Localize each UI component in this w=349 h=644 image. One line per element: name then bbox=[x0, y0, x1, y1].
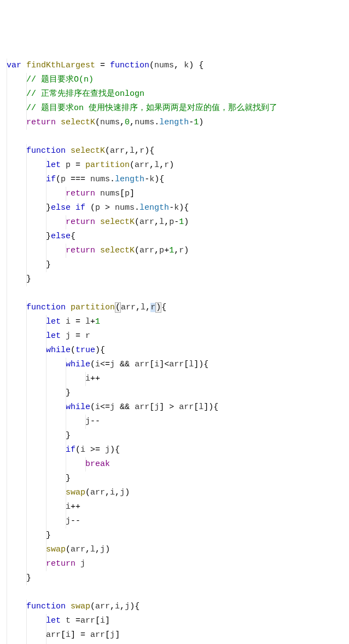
code-line[interactable]: break bbox=[7, 457, 349, 472]
indent-guide bbox=[7, 443, 7, 457]
indent-guide bbox=[7, 329, 7, 343]
code-line[interactable] bbox=[7, 286, 349, 301]
code-token: l bbox=[199, 403, 203, 412]
code-token: ) bbox=[155, 302, 161, 313]
indent-guide bbox=[7, 386, 7, 400]
code-line[interactable]: return nums[p] bbox=[7, 187, 349, 201]
code-token: > bbox=[100, 203, 115, 212]
code-line[interactable]: var findKthLargest = function(nums, k) { bbox=[7, 59, 349, 73]
code-line[interactable]: j-- bbox=[7, 415, 349, 429]
indent-guide bbox=[66, 457, 66, 472]
code-line[interactable]: while(true){ bbox=[7, 343, 349, 358]
indent-guide bbox=[26, 543, 27, 557]
code-line[interactable]: j-- bbox=[7, 514, 349, 528]
code-token: length bbox=[159, 118, 189, 127]
code-token: [ bbox=[105, 630, 110, 640]
code-line[interactable]: if(p === nums.length-k){ bbox=[7, 173, 349, 187]
code-line[interactable]: function selectK(arr,l,r){ bbox=[7, 144, 349, 158]
code-token bbox=[7, 602, 26, 611]
code-line[interactable]: return selectK(arr,l,p-1) bbox=[7, 215, 349, 229]
code-token: ( bbox=[75, 445, 80, 455]
code-token: [ bbox=[149, 360, 154, 369]
code-token: j bbox=[110, 403, 115, 412]
code-token: i bbox=[100, 616, 105, 625]
code-line[interactable]: return selectK(nums,0,nums.length-1) bbox=[7, 116, 349, 130]
code-line[interactable]: // 题目要求O(n) bbox=[7, 73, 349, 87]
code-line[interactable]: function partition(arr,l,r){ bbox=[7, 301, 349, 315]
indent-guide bbox=[66, 215, 66, 229]
code-line[interactable] bbox=[7, 585, 349, 600]
indent-guide bbox=[46, 415, 46, 429]
code-line[interactable] bbox=[7, 130, 349, 144]
code-token: return bbox=[26, 118, 61, 127]
code-token: ] bbox=[115, 630, 120, 640]
indent-guide bbox=[7, 116, 7, 130]
code-token: , bbox=[154, 217, 159, 227]
code-token: r bbox=[164, 160, 169, 170]
code-line[interactable]: swap(arr,i,j) bbox=[7, 486, 349, 500]
indent-guide bbox=[46, 543, 46, 557]
code-token: p bbox=[125, 189, 130, 198]
indent-guide bbox=[26, 528, 27, 543]
code-line[interactable]: } bbox=[7, 472, 349, 486]
code-line[interactable]: }else if (p > nums.length-k){ bbox=[7, 201, 349, 215]
code-token: arr bbox=[90, 630, 105, 640]
indent-guide bbox=[7, 528, 7, 543]
code-line[interactable]: if(i >= j){ bbox=[7, 443, 349, 457]
code-line[interactable]: while(i<=j && arr[i]<arr[l]){ bbox=[7, 358, 349, 372]
code-token: 1 bbox=[179, 217, 184, 227]
code-line[interactable]: function swap(arr,i,j){ bbox=[7, 600, 349, 614]
code-line[interactable]: let p = partition(arr,l,r) bbox=[7, 158, 349, 173]
code-token: p bbox=[95, 203, 100, 212]
indent-guide bbox=[26, 486, 27, 500]
code-line[interactable]: i++ bbox=[7, 500, 349, 514]
code-token: , bbox=[135, 146, 139, 156]
code-token: ){ bbox=[130, 602, 139, 611]
code-token: r bbox=[85, 331, 90, 341]
code-line[interactable]: return selectK(arr,p+1,r) bbox=[7, 244, 349, 258]
code-line[interactable]: let j = r bbox=[7, 329, 349, 343]
code-token: ( bbox=[135, 246, 139, 255]
code-line[interactable]: arr[i] = arr[j] bbox=[7, 628, 349, 642]
code-line[interactable]: let i = l+1 bbox=[7, 315, 349, 329]
code-line[interactable]: } bbox=[7, 272, 349, 286]
code-token bbox=[7, 403, 66, 412]
code-token: , bbox=[164, 217, 169, 227]
code-line[interactable]: i++ bbox=[7, 372, 349, 386]
code-line[interactable]: // 正常先排序在查找是onlogn bbox=[7, 87, 349, 101]
code-token: - bbox=[189, 118, 194, 127]
code-token: let bbox=[46, 331, 66, 341]
code-line[interactable]: while(i<=j && arr[j] > arr[l]){ bbox=[7, 400, 349, 415]
code-line[interactable]: }else{ bbox=[7, 229, 349, 244]
indent-guide bbox=[7, 173, 7, 187]
indent-guide bbox=[66, 358, 66, 372]
code-token: , bbox=[159, 160, 164, 170]
indent-guide bbox=[26, 258, 27, 272]
code-token: - bbox=[169, 203, 174, 212]
indent-guide bbox=[7, 215, 7, 229]
indent-guide bbox=[26, 187, 27, 201]
code-line[interactable]: } bbox=[7, 571, 349, 585]
code-token bbox=[7, 118, 26, 127]
code-token: ( bbox=[66, 545, 71, 554]
code-editor[interactable]: var findKthLargest = function(nums, k) {… bbox=[0, 57, 349, 644]
code-token: ( bbox=[95, 118, 100, 127]
code-token: i bbox=[66, 317, 71, 326]
indent-guide bbox=[46, 457, 46, 472]
indent-guide bbox=[46, 329, 46, 343]
indent-guide bbox=[26, 628, 27, 642]
code-line[interactable]: } bbox=[7, 258, 349, 272]
code-token: arr bbox=[169, 360, 184, 369]
code-line[interactable]: return j bbox=[7, 557, 349, 571]
code-token: } bbox=[7, 573, 31, 583]
code-line[interactable]: let t =arr[i] bbox=[7, 614, 349, 628]
code-token: function bbox=[26, 602, 71, 611]
code-line[interactable]: } bbox=[7, 429, 349, 443]
code-token: function bbox=[26, 146, 71, 156]
code-token: l bbox=[85, 317, 90, 326]
code-line[interactable]: } bbox=[7, 528, 349, 543]
code-line[interactable]: // 题目要求on 使用快速排序，如果两两是对应的值，那么就找到了 bbox=[7, 101, 349, 116]
code-line[interactable]: swap(arr,l,j) bbox=[7, 543, 349, 557]
code-line[interactable]: } bbox=[7, 386, 349, 400]
code-token: p bbox=[169, 217, 174, 227]
